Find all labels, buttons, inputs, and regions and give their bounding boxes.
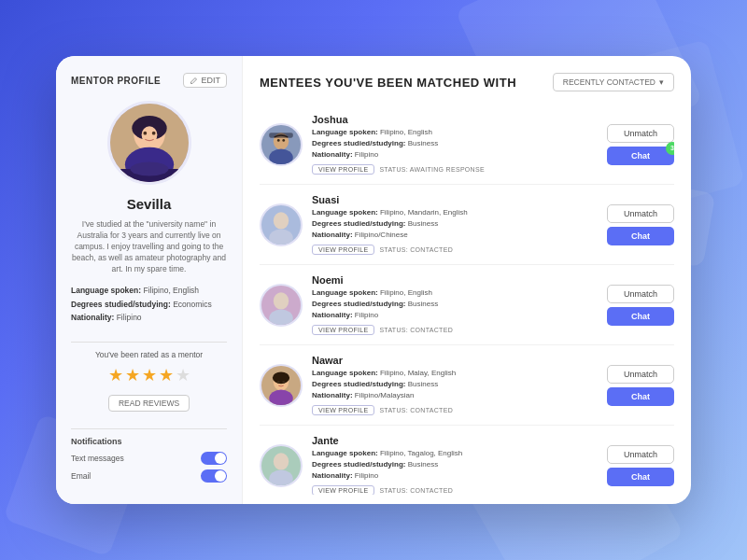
table-row: Suasi Language spoken: Filipino, Mandari… [260,185,674,265]
view-profile-tag[interactable]: VIEW PROFILE [312,485,374,495]
mentor-avatar-image [110,104,189,182]
status-badge: STATUS: CONTACTED [379,327,453,333]
chat-button[interactable]: Chat [607,227,674,245]
mentee-avatar [260,364,303,407]
filter-button[interactable]: RECENTLY CONTACTED ▾ [553,73,674,91]
mentee-nationality: Nationality: Filipino [312,470,598,482]
svg-point-26 [282,380,285,383]
text-messages-toggle-row: Text messages [71,452,227,465]
mentee-actions: Unmatch Chat [607,285,674,326]
svg-point-6 [151,132,155,135]
mentor-bio: I've studied at the "university name" in… [71,219,227,274]
main-card: MENTOR PROFILE EDIT [56,56,691,504]
right-panel: MENTEES YOU'VE BEEN MATCHED WITH RECENTL… [243,56,691,504]
mentee-degrees: Degrees studied/studying: Business [312,138,598,149]
svg-point-24 [273,371,289,384]
text-messages-label: Text messages [71,454,124,463]
mentee-avatar [260,444,303,487]
notifications-section: Notifications Text messages Email [71,437,227,487]
svg-point-8 [130,162,168,176]
rating-section: You've been rated as a mentor ★ ★ ★ ★ ★ … [71,350,227,421]
svg-rect-14 [269,133,293,137]
star-4: ★ [159,365,174,385]
status-badge: STATUS: CONTACTED [379,246,453,253]
star-5: ★ [176,365,190,385]
svg-point-16 [274,212,289,229]
chat-button[interactable]: Chat [607,468,674,486]
mentee-actions: Unmatch Chat [607,204,674,245]
svg-point-25 [277,380,280,383]
mentee-language: Language spoken: Filipino, Tagalog, Engl… [312,448,598,459]
mentee-name: Noemi [312,274,598,286]
mentor-name: Sevilla [127,196,172,212]
mentee-tags: VIEW PROFILE STATUS: AWAITING RESPONSE [312,164,598,175]
svg-point-28 [274,453,289,469]
mentee-avatar [260,284,303,327]
mentee-nationality: Nationality: Filipino/Chinese [312,230,598,241]
mentee-info: Noemi Language spoken: Filipino, English… [312,274,598,335]
table-row: Nawar Language spoken: Filipino, Malay, … [260,345,674,426]
mentee-name: Suasi [312,194,598,205]
mentee-degrees: Degrees studied/studying: Business [312,459,598,470]
view-profile-tag[interactable]: VIEW PROFILE [312,405,374,415]
mentee-actions: Unmatch Chat [607,445,674,486]
left-panel: MENTOR PROFILE EDIT [56,56,243,504]
chat-button[interactable]: Chat [607,387,674,406]
mentee-name: Jante [312,435,598,446]
view-profile-tag[interactable]: VIEW PROFILE [312,245,374,255]
email-label: Email [71,471,91,481]
mentor-profile-header: MENTOR PROFILE EDIT [71,73,227,88]
unmatch-button[interactable]: Unmatch [607,365,674,384]
text-messages-toggle[interactable] [201,452,227,465]
star-3: ★ [142,365,157,385]
email-toggle[interactable] [201,469,227,483]
status-badge: STATUS: CONTACTED [379,407,453,413]
status-badge: STATUS: CONTACTED [379,487,453,494]
unmatch-button[interactable]: Unmatch [607,445,674,464]
mentee-name: Joshua [312,114,598,125]
chat-button[interactable]: Chat3 [607,147,674,165]
view-profile-tag[interactable]: VIEW PROFILE [312,164,374,175]
divider-1 [71,342,227,343]
status-badge: STATUS: AWAITING RESPONSE [379,166,485,173]
unmatch-button[interactable]: Unmatch [607,124,674,143]
mentee-language: Language spoken: Filipino, English [312,127,598,138]
mentee-nationality: Nationality: Filipino/Malaysian [312,390,598,401]
svg-point-12 [277,139,280,142]
mentee-nationality: Nationality: Filipino [312,149,598,161]
mentee-actions: Unmatch Chat3 [607,124,674,165]
right-panel-title: MENTEES YOU'VE BEEN MATCHED WITH [260,76,516,90]
mentee-tags: VIEW PROFILE STATUS: CONTACTED [312,245,598,255]
mentee-degrees: Degrees studied/studying: Business [312,379,598,390]
mentee-info: Nawar Language spoken: Filipino, Malay, … [312,355,598,415]
divider-2 [71,428,227,429]
mentee-nationality: Nationality: Filipino [312,310,598,321]
notifications-title: Notifications [71,437,227,446]
svg-point-5 [143,132,147,135]
chat-badge: 3 [666,142,674,155]
mentees-list: Joshua Language spoken: Filipino, Englis… [260,105,674,495]
mentee-avatar [260,203,303,246]
mentor-profile-title: MENTOR PROFILE [71,76,161,86]
right-header: MENTEES YOU'VE BEEN MATCHED WITH RECENTL… [260,73,674,91]
edit-icon [190,77,198,85]
mentee-info: Joshua Language spoken: Filipino, Englis… [312,114,598,175]
table-row: Noemi Language spoken: Filipino, English… [260,265,674,345]
table-row: Joshua Language spoken: Filipino, Englis… [260,105,674,185]
mentee-language: Language spoken: Filipino, Mandarin, Eng… [312,207,598,218]
view-profile-tag[interactable]: VIEW PROFILE [312,325,374,335]
edit-button[interactable]: EDIT [183,73,227,88]
chat-button[interactable]: Chat [607,307,674,326]
mentor-details: Language spoken: Filipino, English Degre… [71,284,227,324]
mentee-actions: Unmatch Chat [607,365,674,406]
email-toggle-row: Email [71,469,227,483]
stars-container: ★ ★ ★ ★ ★ [71,365,227,385]
mentee-degrees: Degrees studied/studying: Business [312,299,598,310]
unmatch-button[interactable]: Unmatch [607,285,674,303]
mentor-avatar [107,101,191,185]
read-reviews-button[interactable]: READ REVIEWS [108,395,190,412]
mentee-name: Nawar [312,355,598,366]
star-2: ★ [125,365,140,385]
star-1: ★ [108,365,123,385]
unmatch-button[interactable]: Unmatch [607,204,674,223]
